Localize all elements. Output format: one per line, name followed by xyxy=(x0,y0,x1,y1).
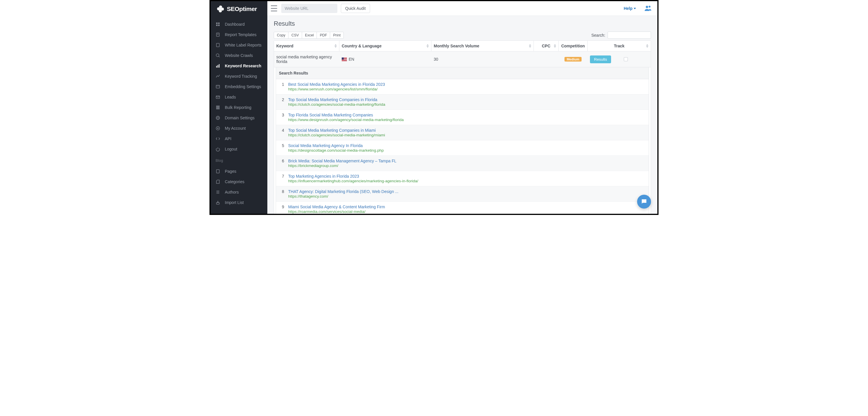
import-icon xyxy=(216,200,220,205)
search-results-heading: Search Results xyxy=(276,67,649,79)
export-pdf-button[interactable]: PDF xyxy=(316,32,330,39)
search-result-rank: 5 xyxy=(277,143,284,152)
search-result-title[interactable]: Top Social Media Marketing Companies in … xyxy=(288,128,646,133)
sidebar-item-my-account[interactable]: My Account xyxy=(211,123,267,134)
results-button[interactable]: Results xyxy=(590,56,611,63)
svg-rect-17 xyxy=(216,107,220,108)
sidebar-item-keyword-tracking[interactable]: Keyword Tracking xyxy=(211,71,267,81)
search-result-rank: 1 xyxy=(277,82,284,91)
search-result-title[interactable]: Miami Social Media Agency & Content Mark… xyxy=(288,205,646,209)
svg-rect-18 xyxy=(216,108,220,109)
sidebar-item-keyword-research[interactable]: Keyword Research xyxy=(211,61,267,71)
authors-icon xyxy=(216,190,220,195)
crawl-icon xyxy=(216,53,220,58)
search-result-url[interactable]: https://designscottage.com/social-media-… xyxy=(288,148,646,152)
sidebar-item-authors[interactable]: Authors xyxy=(211,187,267,197)
sidebar-item-api[interactable]: API xyxy=(211,134,267,144)
search-result-url[interactable]: https://brickmediagroup.com/ xyxy=(288,164,646,168)
search-result-row: 1 Best Social Media Marketing Agencies i… xyxy=(276,79,649,95)
label-icon xyxy=(216,43,220,47)
search-result-url[interactable]: https://roarmedia.com/services/social-me… xyxy=(288,209,646,214)
search-result-rank: 6 xyxy=(277,159,284,168)
search-input[interactable] xyxy=(608,32,651,39)
sidebar-item-embedding-settings[interactable]: Embedding Settings xyxy=(211,81,267,92)
svg-point-29 xyxy=(649,6,650,7)
svg-rect-10 xyxy=(216,66,217,68)
col-cpc[interactable]: CPC xyxy=(534,41,559,51)
search-result-title[interactable]: Top Marketing Agencies in Florida 2023 xyxy=(288,174,646,178)
export-print-button[interactable]: Print xyxy=(330,32,344,39)
sidebar-item-report-templates[interactable]: Report Templates xyxy=(211,30,267,40)
search-result-url[interactable]: https://clutch.co/agencies/social-media-… xyxy=(288,102,646,107)
col-track[interactable]: Track xyxy=(588,41,651,51)
search-result-title[interactable]: Brick Media: Social Media Management Age… xyxy=(288,159,646,163)
leads-icon xyxy=(216,95,220,99)
search-result-url[interactable]: https://influencermarketinghub.com/agenc… xyxy=(288,179,646,183)
dashboard-icon xyxy=(216,22,220,27)
sidebar-item-white-label-reports[interactable]: White Label Reports xyxy=(211,40,267,50)
categories-icon xyxy=(216,179,220,184)
search-result-rank: 4 xyxy=(277,128,284,137)
sidebar-item-leads[interactable]: Leads xyxy=(211,92,267,102)
search-result-rank: 8 xyxy=(277,189,284,199)
api-icon xyxy=(216,136,220,141)
search-results-panel: Search Results 1 Best Social Media Marke… xyxy=(276,67,649,214)
search-result-title[interactable]: Social Media Marketing Agency In Florida xyxy=(288,143,646,148)
search-result-url[interactable]: https://clutch.co/agencies/social-media-… xyxy=(288,133,646,137)
svg-rect-3 xyxy=(218,25,220,26)
search-result-title[interactable]: THAT Agency: Digital Marketing Florida (… xyxy=(288,189,646,194)
search-result-title[interactable]: Best Social Media Marketing Agencies in … xyxy=(288,82,646,87)
svg-rect-2 xyxy=(216,25,218,26)
search-result-url[interactable]: https://thatagency.com/ xyxy=(288,194,646,199)
col-keyword[interactable]: Keyword xyxy=(274,41,339,51)
export-excel-button[interactable]: Excel xyxy=(302,32,317,39)
sort-icon xyxy=(427,44,429,48)
website-url-input[interactable] xyxy=(281,4,337,13)
table-row: social media marketing agency florida EN… xyxy=(274,51,651,67)
sidebar-item-label: Import List xyxy=(225,200,244,205)
search-result-url[interactable]: https://www.designrush.com/agency/social… xyxy=(288,117,646,122)
table-header-row: Keyword Country & Language Monthly Searc… xyxy=(274,41,651,51)
sidebar-item-label: White Label Reports xyxy=(225,43,261,47)
col-competition[interactable]: Competition xyxy=(559,41,588,51)
search-result-url[interactable]: https://www.semrush.com/agencies/list/sm… xyxy=(288,87,646,91)
search-result-title[interactable]: Top Florida Social Media Marketing Compa… xyxy=(288,113,646,117)
cell-msv: 30 xyxy=(431,51,534,67)
col-country-language[interactable]: Country & Language xyxy=(339,41,431,51)
menu-toggle-icon[interactable] xyxy=(270,5,278,11)
search-result-title[interactable]: Top Social Media Marketing Companies in … xyxy=(288,97,646,102)
referral-icon[interactable] xyxy=(645,5,652,11)
sidebar-item-categories[interactable]: Categories xyxy=(211,176,267,187)
sidebar-item-bulk-reporting[interactable]: Bulk Reporting xyxy=(211,102,267,113)
search-result-row: 8 THAT Agency: Digital Marketing Florida… xyxy=(276,186,649,202)
chat-launcher-icon[interactable] xyxy=(637,195,651,209)
sidebar-item-import-list[interactable]: Import List xyxy=(211,197,267,208)
cell-country-language: EN xyxy=(339,51,431,67)
sidebar-item-label: Embedding Settings xyxy=(225,84,261,89)
export-copy-button[interactable]: Copy xyxy=(274,32,288,39)
search-result-rank: 9 xyxy=(277,205,284,214)
sidebar-item-domain-settings[interactable]: Domain Settings xyxy=(211,113,267,123)
sidebar-item-website-crawls[interactable]: Website Crawls xyxy=(211,50,267,61)
sort-icon xyxy=(529,44,531,48)
help-dropdown[interactable]: Help xyxy=(624,6,636,11)
content-area: Results CopyCSVExcelPDFPrint Search: Key… xyxy=(267,16,657,214)
svg-point-28 xyxy=(646,6,648,8)
cell-track: Results xyxy=(588,51,651,67)
search-result-row: 3 Top Florida Social Media Marketing Com… xyxy=(276,110,649,125)
search-result-row: 7 Top Marketing Agencies in Florida 2023… xyxy=(276,171,649,186)
search-result-rank: 2 xyxy=(277,97,284,107)
svg-rect-13 xyxy=(216,85,220,88)
col-monthly-search-volume[interactable]: Monthly Search Volume xyxy=(431,41,534,51)
help-label: Help xyxy=(624,6,632,11)
logo[interactable]: SEOptimer xyxy=(211,1,267,17)
track-checkbox[interactable] xyxy=(624,57,628,61)
export-csv-button[interactable]: CSV xyxy=(288,32,302,39)
search-result-row: 9 Miami Social Media Agency & Content Ma… xyxy=(276,202,649,214)
svg-rect-1 xyxy=(218,23,220,24)
sidebar-item-label: Website Crawls xyxy=(225,53,253,58)
sidebar-item-dashboard[interactable]: Dashboard xyxy=(211,19,267,30)
sidebar-item-logout[interactable]: Logout xyxy=(211,144,267,154)
sidebar-item-pages[interactable]: Pages xyxy=(211,166,267,176)
quick-audit-button[interactable]: Quick Audit xyxy=(341,4,370,13)
